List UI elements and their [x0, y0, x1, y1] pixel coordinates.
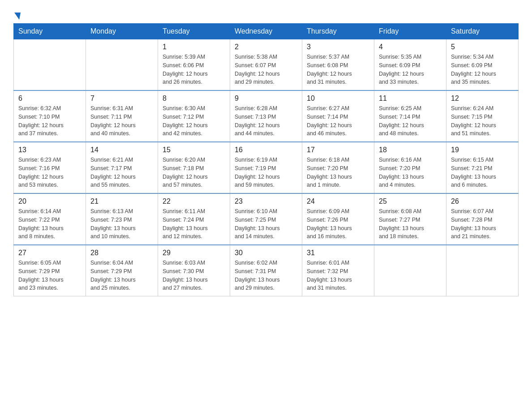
day-info: Sunrise: 6:20 AM Sunset: 7:18 PM Dayligh… [163, 156, 225, 189]
calendar-week-1: 1Sunrise: 5:39 AM Sunset: 6:06 PM Daylig… [14, 39, 519, 91]
day-number: 31 [307, 249, 369, 257]
calendar-cell: 2Sunrise: 5:38 AM Sunset: 6:07 PM Daylig… [230, 39, 302, 91]
calendar-cell [14, 39, 86, 91]
day-info: Sunrise: 6:32 AM Sunset: 7:10 PM Dayligh… [18, 104, 81, 138]
day-number: 27 [18, 249, 81, 257]
day-number: 30 [235, 249, 297, 257]
calendar-cell: 1Sunrise: 5:39 AM Sunset: 6:06 PM Daylig… [158, 39, 230, 91]
calendar-week-5: 27Sunrise: 6:05 AM Sunset: 7:29 PM Dayli… [14, 245, 519, 296]
calendar-cell: 25Sunrise: 6:08 AM Sunset: 7:27 PM Dayli… [374, 193, 446, 245]
calendar-cell: 28Sunrise: 6:04 AM Sunset: 7:29 PM Dayli… [86, 245, 158, 296]
day-number: 4 [379, 43, 442, 51]
page-header [13, 9, 519, 19]
calendar-cell: 18Sunrise: 6:16 AM Sunset: 7:20 PM Dayli… [374, 142, 446, 193]
day-number: 29 [163, 249, 225, 257]
calendar-cell: 11Sunrise: 6:25 AM Sunset: 7:14 PM Dayli… [374, 90, 446, 142]
calendar-cell: 17Sunrise: 6:18 AM Sunset: 7:20 PM Dayli… [302, 142, 374, 193]
day-header-wednesday: Wednesday [230, 24, 302, 39]
day-info: Sunrise: 6:24 AM Sunset: 7:15 PM Dayligh… [451, 104, 514, 138]
calendar-cell: 4Sunrise: 5:35 AM Sunset: 6:09 PM Daylig… [374, 39, 446, 91]
day-header-tuesday: Tuesday [158, 24, 230, 39]
calendar-cell: 23Sunrise: 6:10 AM Sunset: 7:25 PM Dayli… [230, 193, 302, 245]
day-info: Sunrise: 6:31 AM Sunset: 7:11 PM Dayligh… [90, 104, 153, 138]
calendar-cell: 3Sunrise: 5:37 AM Sunset: 6:08 PM Daylig… [302, 39, 374, 91]
day-info: Sunrise: 6:10 AM Sunset: 7:25 PM Dayligh… [235, 207, 297, 241]
day-info: Sunrise: 6:30 AM Sunset: 7:12 PM Dayligh… [163, 104, 225, 138]
calendar-cell: 8Sunrise: 6:30 AM Sunset: 7:12 PM Daylig… [158, 90, 230, 142]
calendar-cell: 22Sunrise: 6:11 AM Sunset: 7:24 PM Dayli… [158, 193, 230, 245]
calendar-cell: 30Sunrise: 6:02 AM Sunset: 7:31 PM Dayli… [230, 245, 302, 296]
calendar-cell: 15Sunrise: 6:20 AM Sunset: 7:18 PM Dayli… [158, 142, 230, 193]
day-number: 14 [90, 146, 153, 154]
day-number: 5 [451, 43, 514, 51]
calendar-week-3: 13Sunrise: 6:23 AM Sunset: 7:16 PM Dayli… [14, 142, 519, 193]
day-number: 7 [90, 94, 153, 103]
day-number: 10 [307, 94, 369, 103]
calendar-cell [86, 39, 158, 91]
day-info: Sunrise: 6:14 AM Sunset: 7:22 PM Dayligh… [18, 207, 81, 241]
day-info: Sunrise: 6:27 AM Sunset: 7:14 PM Dayligh… [307, 104, 369, 138]
day-info: Sunrise: 6:21 AM Sunset: 7:17 PM Dayligh… [90, 156, 153, 189]
calendar-cell: 12Sunrise: 6:24 AM Sunset: 7:15 PM Dayli… [446, 90, 519, 142]
calendar-cell: 14Sunrise: 6:21 AM Sunset: 7:17 PM Dayli… [86, 142, 158, 193]
day-number: 12 [451, 94, 514, 103]
day-info: Sunrise: 6:07 AM Sunset: 7:28 PM Dayligh… [451, 207, 514, 241]
day-number: 24 [307, 197, 369, 206]
day-info: Sunrise: 6:01 AM Sunset: 7:32 PM Dayligh… [307, 259, 369, 292]
day-info: Sunrise: 5:37 AM Sunset: 6:08 PM Dayligh… [307, 53, 369, 86]
day-header-sunday: Sunday [14, 24, 86, 39]
day-header-thursday: Thursday [302, 24, 374, 39]
calendar-cell: 6Sunrise: 6:32 AM Sunset: 7:10 PM Daylig… [14, 90, 86, 142]
calendar-body: 1Sunrise: 5:39 AM Sunset: 6:06 PM Daylig… [14, 39, 519, 296]
day-number: 26 [451, 197, 514, 206]
day-info: Sunrise: 6:03 AM Sunset: 7:30 PM Dayligh… [163, 259, 225, 292]
day-number: 17 [307, 146, 369, 154]
day-info: Sunrise: 6:28 AM Sunset: 7:13 PM Dayligh… [235, 104, 297, 138]
day-info: Sunrise: 6:16 AM Sunset: 7:20 PM Dayligh… [379, 156, 442, 189]
calendar-cell: 13Sunrise: 6:23 AM Sunset: 7:16 PM Dayli… [14, 142, 86, 193]
day-header-saturday: Saturday [446, 24, 519, 39]
calendar-cell [446, 245, 519, 296]
day-info: Sunrise: 6:19 AM Sunset: 7:19 PM Dayligh… [235, 156, 297, 189]
day-header-monday: Monday [86, 24, 158, 39]
day-info: Sunrise: 5:39 AM Sunset: 6:06 PM Dayligh… [163, 53, 225, 86]
day-number: 3 [307, 43, 369, 51]
calendar-cell: 26Sunrise: 6:07 AM Sunset: 7:28 PM Dayli… [446, 193, 519, 245]
day-number: 8 [163, 94, 225, 103]
calendar-cell: 7Sunrise: 6:31 AM Sunset: 7:11 PM Daylig… [86, 90, 158, 142]
calendar-cell: 29Sunrise: 6:03 AM Sunset: 7:30 PM Dayli… [158, 245, 230, 296]
calendar-cell: 20Sunrise: 6:14 AM Sunset: 7:22 PM Dayli… [14, 193, 86, 245]
calendar-cell: 10Sunrise: 6:27 AM Sunset: 7:14 PM Dayli… [302, 90, 374, 142]
day-number: 22 [163, 197, 225, 206]
day-number: 1 [163, 43, 225, 51]
day-info: Sunrise: 5:35 AM Sunset: 6:09 PM Dayligh… [379, 53, 442, 86]
day-number: 25 [379, 197, 442, 206]
day-number: 20 [18, 197, 81, 206]
day-number: 18 [379, 146, 442, 154]
day-info: Sunrise: 6:02 AM Sunset: 7:31 PM Dayligh… [235, 259, 297, 292]
day-info: Sunrise: 6:04 AM Sunset: 7:29 PM Dayligh… [90, 259, 153, 292]
calendar-cell: 24Sunrise: 6:09 AM Sunset: 7:26 PM Dayli… [302, 193, 374, 245]
day-info: Sunrise: 5:38 AM Sunset: 6:07 PM Dayligh… [235, 53, 297, 86]
day-number: 13 [18, 146, 81, 154]
day-info: Sunrise: 6:11 AM Sunset: 7:24 PM Dayligh… [163, 207, 225, 241]
day-info: Sunrise: 6:25 AM Sunset: 7:14 PM Dayligh… [379, 104, 442, 138]
calendar-cell: 5Sunrise: 5:34 AM Sunset: 6:09 PM Daylig… [446, 39, 519, 91]
day-info: Sunrise: 6:08 AM Sunset: 7:27 PM Dayligh… [379, 207, 442, 241]
day-number: 21 [90, 197, 153, 206]
calendar-table: SundayMondayTuesdayWednesdayThursdayFrid… [13, 23, 519, 296]
day-number: 28 [90, 249, 153, 257]
days-of-week-row: SundayMondayTuesdayWednesdayThursdayFrid… [14, 24, 519, 39]
day-info: Sunrise: 6:15 AM Sunset: 7:21 PM Dayligh… [451, 156, 514, 189]
calendar-cell [374, 245, 446, 296]
day-info: Sunrise: 6:13 AM Sunset: 7:23 PM Dayligh… [90, 207, 153, 241]
day-header-friday: Friday [374, 24, 446, 39]
calendar-cell: 16Sunrise: 6:19 AM Sunset: 7:19 PM Dayli… [230, 142, 302, 193]
calendar-cell: 9Sunrise: 6:28 AM Sunset: 7:13 PM Daylig… [230, 90, 302, 142]
day-number: 23 [235, 197, 297, 206]
day-number: 15 [163, 146, 225, 154]
day-number: 6 [18, 94, 81, 103]
calendar-cell: 31Sunrise: 6:01 AM Sunset: 7:32 PM Dayli… [302, 245, 374, 296]
calendar-week-4: 20Sunrise: 6:14 AM Sunset: 7:22 PM Dayli… [14, 193, 519, 245]
calendar-cell: 19Sunrise: 6:15 AM Sunset: 7:21 PM Dayli… [446, 142, 519, 193]
